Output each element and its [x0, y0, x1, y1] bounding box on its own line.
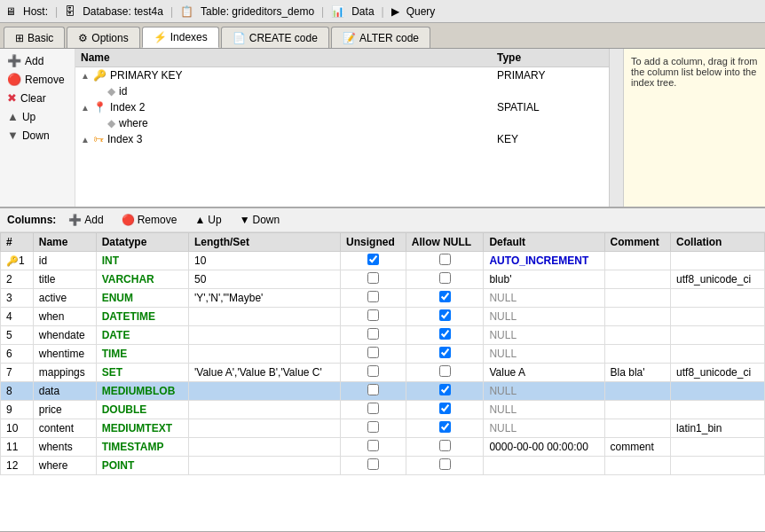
index-up-button[interactable]: ▲ Up [4, 108, 71, 125]
cell-default: NULL [484, 289, 604, 308]
tree-row-pk-id[interactable]: ◆ id [75, 83, 609, 99]
index-down-button[interactable]: ▼ Down [4, 127, 71, 144]
cell-collation [671, 401, 765, 419]
expand-icon: ▲ [81, 71, 90, 81]
data-tab-label[interactable]: Data [351, 5, 374, 18]
table-row[interactable]: 9 price DOUBLE NULL [1, 401, 765, 419]
table-row[interactable]: 11 whents TIMESTAMP 0000-00-00 00:00:00 … [1, 438, 765, 457]
cell-name: when [33, 308, 96, 326]
index-add-button[interactable]: ➕ Add [4, 52, 71, 69]
cell-comment [604, 270, 671, 289]
cell-collation [671, 326, 765, 345]
cell-length [189, 438, 341, 457]
up-icon: ▲ [7, 110, 19, 123]
cell-unsigned [341, 289, 406, 308]
col-down-button[interactable]: ▼ Down [234, 212, 286, 228]
tab-alter[interactable]: 📝 ALTER code [331, 27, 430, 48]
col-header-comment: Comment [604, 233, 671, 252]
cell-comment [604, 419, 671, 438]
columns-toolbar: Columns: ➕ Add 🔴 Remove ▲ Up ▼ Down [0, 208, 765, 232]
cell-length [189, 382, 341, 401]
cell-length [189, 401, 341, 419]
cell-name: whentime [33, 345, 96, 364]
cell-num: 6 [1, 345, 34, 364]
cell-datatype: DATETIME [96, 308, 188, 326]
cell-collation: utf8_unicode_ci [671, 270, 765, 289]
index-clear-button[interactable]: ✖ Clear [4, 90, 71, 106]
cell-unsigned [341, 457, 406, 475]
col-icon: ◆ [107, 117, 115, 129]
cell-comment [604, 326, 671, 345]
cell-comment [604, 382, 671, 401]
col-up-button[interactable]: ▲ Up [189, 212, 226, 228]
cell-name: where [33, 457, 96, 475]
data-icon: 📊 [331, 5, 344, 18]
cell-datatype: ENUM [96, 289, 188, 308]
cell-length: 'Value A','Value B','Value C' [189, 364, 341, 382]
cell-num: 11 [1, 438, 34, 457]
remove-icon: 🔴 [7, 73, 21, 86]
table-row[interactable]: 5 whendate DATE NULL [1, 326, 765, 345]
col-header-name: Name [33, 233, 96, 252]
index-remove-button[interactable]: 🔴 Remove [4, 71, 71, 88]
tree-row-idx2-where[interactable]: ◆ where [75, 115, 609, 131]
index-scrollbar[interactable] [609, 49, 623, 207]
table-row[interactable]: 7 mappings SET 'Value A','Value B','Valu… [1, 364, 765, 382]
tabs: ⊞ Basic ⚙ Options ⚡ Indexes 📄 CREATE cod… [0, 23, 765, 49]
tab-indexes[interactable]: ⚡ Indexes [142, 27, 219, 48]
create-icon: 📄 [233, 32, 246, 44]
col-remove-button[interactable]: 🔴 Remove [116, 212, 183, 228]
table-row[interactable]: 12 where POINT [1, 457, 765, 475]
col-down-icon: ▼ [240, 214, 250, 226]
cell-allownull [406, 326, 484, 345]
cell-default: 0000-00-00 00:00:00 [484, 438, 604, 457]
host-label: Host: [23, 5, 48, 18]
cell-comment [604, 308, 671, 326]
table-row[interactable]: 6 whentime TIME NULL [1, 345, 765, 364]
tab-create[interactable]: 📄 CREATE code [221, 27, 329, 48]
cell-collation: latin1_bin [671, 419, 765, 438]
cell-allownull [406, 457, 484, 475]
table-row[interactable]: 2 title VARCHAR 50 blub' utf8_unicode_ci [1, 270, 765, 289]
col-icon: ◆ [107, 85, 115, 98]
tab-options[interactable]: ⚙ Options [67, 27, 139, 48]
col-add-button[interactable]: ➕ Add [63, 212, 108, 228]
add-icon: ➕ [7, 54, 21, 67]
cell-unsigned [341, 308, 406, 326]
cell-comment [604, 457, 671, 475]
cell-length [189, 326, 341, 345]
table-row[interactable]: 3 active ENUM 'Y','N','"Maybe' NULL [1, 289, 765, 308]
col-header-num: # [1, 233, 34, 252]
clear-icon: ✖ [7, 91, 17, 105]
cell-collation [671, 252, 765, 270]
tab-basic[interactable]: ⊞ Basic [4, 27, 65, 48]
cell-allownull [406, 438, 484, 457]
query-tab-label[interactable]: Query [406, 5, 436, 18]
cell-datatype: VARCHAR [96, 270, 188, 289]
key-icon: 🔑 [93, 69, 106, 82]
table-header-row: # Name Datatype Length/Set Unsigned Allo… [1, 233, 765, 252]
index-tree: Name Type ▲ 🔑 PRIMARY KEY PRIMARY ◆ id [75, 49, 609, 207]
table-row[interactable]: 🔑1 id INT 10 AUTO_INCREMENT [1, 252, 765, 270]
cell-datatype: TIMESTAMP [96, 438, 188, 457]
table-row[interactable]: 10 content MEDIUMTEXT NULL latin1_bin [1, 419, 765, 438]
pk-icon: 🔑 [6, 255, 19, 266]
col-header-allownull: Allow NULL [406, 233, 484, 252]
cell-name: whents [33, 438, 96, 457]
tree-row-pk[interactable]: ▲ 🔑 PRIMARY KEY PRIMARY [75, 67, 609, 83]
tree-row-idx3[interactable]: ▲ 🗝 Index 3 KEY [75, 131, 609, 147]
cell-length [189, 345, 341, 364]
cell-allownull [406, 289, 484, 308]
cell-unsigned [341, 326, 406, 345]
table-row[interactable]: 8 data MEDIUMBLOB NULL [1, 382, 765, 401]
cell-unsigned [341, 345, 406, 364]
cell-unsigned [341, 438, 406, 457]
cell-unsigned [341, 419, 406, 438]
cell-length: 50 [189, 270, 341, 289]
cell-allownull [406, 419, 484, 438]
cell-allownull [406, 364, 484, 382]
table-row[interactable]: 4 when DATETIME NULL [1, 308, 765, 326]
tree-row-idx2[interactable]: ▲ 📍 Index 2 SPATIAL [75, 99, 609, 115]
main-content: ➕ Add 🔴 Remove ✖ Clear ▲ Up ▼ Down Nam [0, 49, 765, 531]
cell-name: active [33, 289, 96, 308]
